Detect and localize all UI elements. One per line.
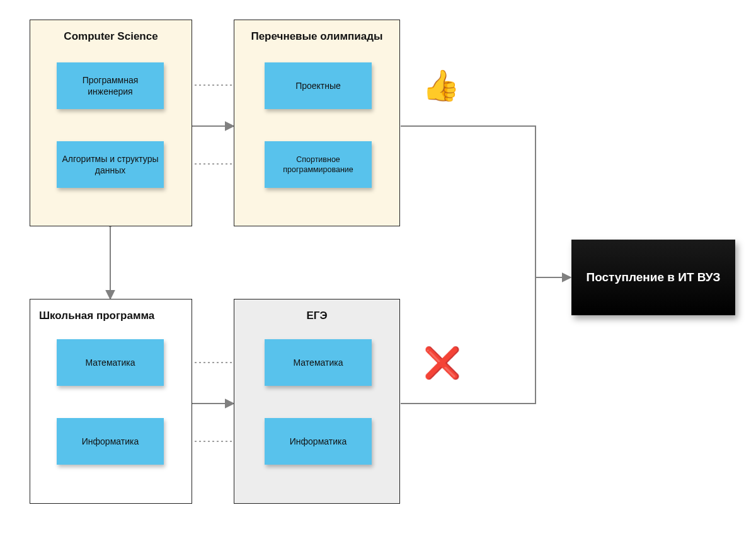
group-olymp-title: Перечневые олимпиады xyxy=(234,30,399,43)
sticky-label: Программная инженерия xyxy=(62,74,159,97)
group-olympiads: Перечневые олимпиады xyxy=(234,20,400,226)
group-school: Школьная программа xyxy=(30,299,192,504)
sticky-sport-programming: Спортивное программирование xyxy=(265,141,372,188)
result-label: Поступление в ИТ ВУЗ xyxy=(586,270,720,284)
sticky-project-olymp: Проектные xyxy=(265,62,372,109)
icon-glyph: ❌ xyxy=(423,346,461,380)
result-admission: Поступление в ИТ ВУЗ xyxy=(571,240,735,315)
group-cs: Computer Science xyxy=(30,20,192,226)
sticky-label: Спортивное программирование xyxy=(270,154,367,175)
sticky-label: Проектные xyxy=(295,80,341,91)
sticky-label: Математика xyxy=(294,357,343,368)
sticky-cs-ege: Информатика xyxy=(265,418,372,465)
sticky-math-ege: Математика xyxy=(265,339,372,386)
sticky-math-school: Математика xyxy=(57,339,164,386)
sticky-algorithms: Алгоритмы и структуры данных xyxy=(57,141,164,188)
sticky-label: Математика xyxy=(86,357,135,368)
icon-glyph: 👍 xyxy=(422,69,460,102)
group-ege: ЕГЭ xyxy=(234,299,400,504)
sticky-cs-school: Информатика xyxy=(57,418,164,465)
group-cs-title: Computer Science xyxy=(30,30,192,43)
arrow-olymp-to-result xyxy=(401,126,570,277)
arrow-ege-to-merge xyxy=(401,277,536,404)
group-school-title: Школьная программа xyxy=(30,310,192,322)
sticky-software-engineering: Программная инженерия xyxy=(57,62,164,109)
thumbs-up-icon: 👍 xyxy=(422,71,460,101)
sticky-label: Информатика xyxy=(290,436,346,447)
cross-icon: ❌ xyxy=(423,348,461,378)
sticky-label: Алгоритмы и структуры данных xyxy=(62,153,159,176)
sticky-label: Информатика xyxy=(82,436,139,447)
group-ege-title: ЕГЭ xyxy=(234,310,399,322)
